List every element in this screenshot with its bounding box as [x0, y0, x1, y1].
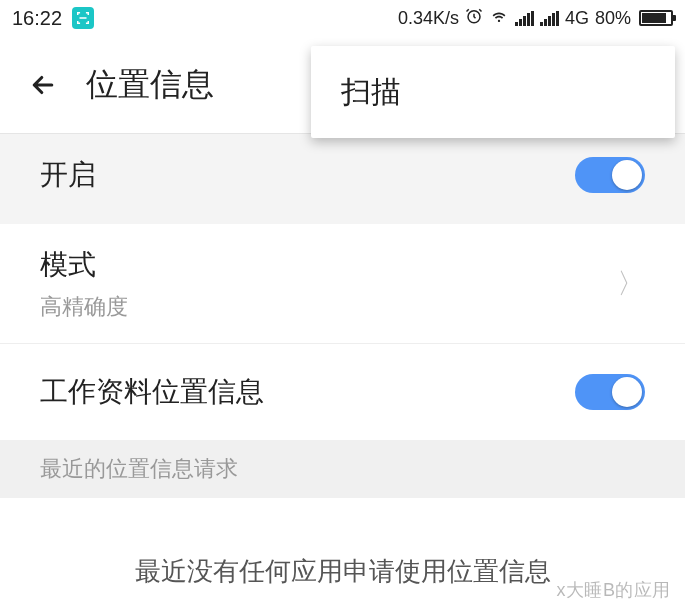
signal-icon-2	[540, 11, 559, 26]
status-time: 16:22	[12, 7, 62, 30]
net-label: 4G	[565, 8, 589, 29]
back-button[interactable]	[28, 70, 58, 100]
overflow-menu: 扫描	[311, 46, 675, 138]
row-work-location[interactable]: 工作资料位置信息	[0, 344, 685, 440]
mode-label: 模式	[40, 246, 128, 284]
status-bar: 16:22 0.34K/s 4G 80%	[0, 0, 685, 36]
divider	[0, 216, 685, 224]
battery-pct: 80%	[595, 8, 631, 29]
signal-icon-1	[515, 11, 534, 26]
status-left: 16:22	[12, 7, 94, 30]
row-enable-location[interactable]: 开启	[0, 134, 685, 216]
wifi-icon	[489, 7, 509, 30]
page-title: 位置信息	[86, 63, 214, 107]
status-right: 0.34K/s 4G 80%	[398, 7, 673, 30]
battery-icon	[639, 10, 673, 26]
enable-toggle[interactable]	[575, 157, 645, 193]
chevron-right-icon: 〉	[617, 265, 645, 303]
watermark: x大睡B的应用	[556, 578, 671, 602]
enable-label: 开启	[40, 156, 96, 194]
net-speed: 0.34K/s	[398, 8, 459, 29]
mode-text: 模式 高精确度	[40, 246, 128, 322]
scan-app-icon	[72, 7, 94, 29]
row-mode[interactable]: 模式 高精确度 〉	[0, 224, 685, 344]
menu-item-scan[interactable]: 扫描	[341, 72, 401, 113]
work-toggle[interactable]	[575, 374, 645, 410]
alarm-icon	[465, 7, 483, 30]
mode-value: 高精确度	[40, 292, 128, 322]
work-label: 工作资料位置信息	[40, 373, 264, 411]
recent-requests-header: 最近的位置信息请求	[0, 440, 685, 498]
